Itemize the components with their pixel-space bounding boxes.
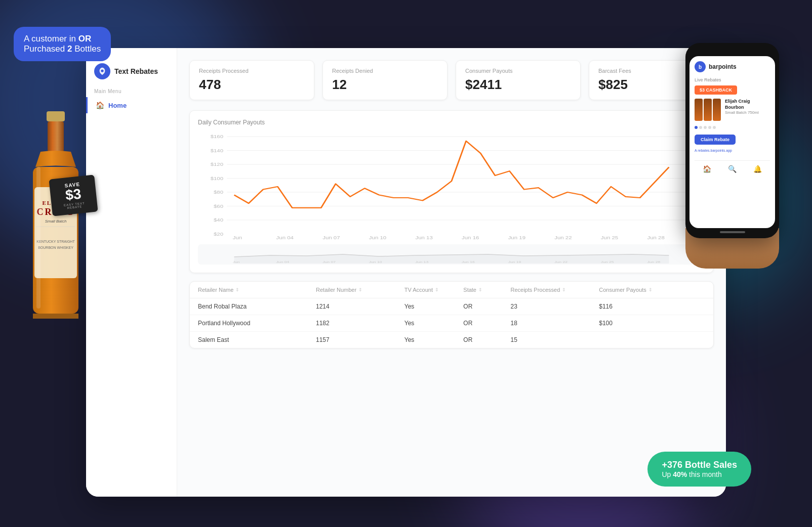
svg-rect-48 — [36, 167, 40, 309]
sidebar-item-home-label: Home — [108, 102, 127, 109]
phone-app-name: barpoints — [709, 63, 737, 70]
svg-text:$120: $120 — [211, 162, 224, 167]
sales-bubble: +376 Bottle Sales Up 40% this month — [647, 452, 751, 487]
svg-text:KENTUCKY STRAIGHT: KENTUCKY STRAIGHT — [36, 240, 75, 243]
dot-active — [695, 126, 698, 129]
bottle-svg: ELIJAH CRAIG Small Batch KENTUCKY STRAIG… — [15, 96, 96, 339]
sales-line2-post: this month — [687, 470, 721, 478]
td-payouts-2 — [599, 336, 687, 343]
svg-text:$40: $40 — [214, 218, 223, 223]
svg-text:BOURBON WHISKEY: BOURBON WHISKEY — [38, 246, 73, 249]
sidebar-menu-label: Main Menu — [86, 82, 177, 97]
cashback-badge: $3 CASHBACK — [695, 85, 737, 95]
notification-bubble: A customer in OR Purchased 2 Bottles — [14, 27, 111, 61]
sort-icon-2: ⇕ — [435, 287, 439, 292]
table-row[interactable]: Salem East 1157 Yes OR 15 — [190, 332, 713, 348]
td-receipts-0: 23 — [511, 303, 599, 310]
phone-frame: b barpoints Live Rebates $3 CASHBACK Eli… — [685, 43, 779, 238]
sales-line2: Up 40% this month — [662, 470, 737, 478]
table-row[interactable]: Portland Hollywood 1182 Yes OR 18 $100 — [190, 315, 713, 332]
svg-text:$100: $100 — [211, 176, 224, 181]
notification-state: OR — [78, 34, 92, 43]
th-consumer-payouts: Consumer Payouts ⇕ — [599, 287, 687, 293]
sort-icon-1: ⇕ — [358, 287, 362, 292]
notification-line2-post: Bottles — [72, 44, 101, 54]
phone-area: b barpoints Live Rebates $3 CASHBACK Eli… — [685, 43, 779, 269]
phone-nav-home-icon[interactable]: 🏠 — [703, 165, 711, 173]
phone-product-row: Elijah Craig Bourbon Small Batch 750ml — [695, 99, 770, 121]
phone-link: A rebates.barpoints.app — [695, 149, 770, 152]
svg-text:Jun 25: Jun 25 — [601, 260, 614, 264]
svg-text:Small Batch: Small Batch — [45, 219, 67, 224]
home-icon: 🏠 — [96, 101, 104, 109]
chart-line — [234, 141, 669, 208]
chart-section: Daily Consumer Payouts $160 $140 $120 $1… — [189, 110, 714, 273]
td-tv-account-2: Yes — [404, 336, 464, 343]
notification-line1-pre: A customer in — [24, 34, 78, 43]
phone-header: b barpoints — [695, 61, 770, 72]
svg-point-0 — [101, 69, 103, 72]
sidebar-item-home[interactable]: 🏠 Home — [86, 97, 177, 113]
td-retailer-name-2: Salem East — [198, 336, 316, 343]
svg-text:Jun 13: Jun 13 — [415, 236, 433, 240]
td-retailer-name-1: Portland Hollywood — [198, 320, 316, 327]
sort-icon-4: ⇕ — [562, 287, 566, 292]
svg-text:Jun 28: Jun 28 — [647, 236, 665, 240]
td-tv-account-1: Yes — [404, 320, 464, 327]
main-content: Receipts Processed 478 Receipts Denied 1… — [177, 48, 726, 497]
save-amount: $3 — [57, 186, 90, 203]
notification-line2-pre: Purchased — [24, 44, 67, 54]
phone-home-indicator — [720, 231, 745, 233]
mini-chart[interactable]: Jun Jun 04 Jun 07 Jun 10 Jun 13 Jun 16 J… — [198, 244, 705, 265]
phone-bottles — [695, 99, 721, 121]
phone-product-sub: Small Batch 750ml — [725, 110, 770, 115]
dashboard-card: Text Rebates Main Menu 🏠 Home Receipts P… — [86, 48, 726, 497]
svg-rect-47 — [33, 314, 78, 319]
phone-dots — [695, 126, 770, 129]
th-state: State ⇕ — [463, 287, 510, 293]
th-retailer-name: Retailer Name ⇕ — [198, 287, 316, 293]
phone-nav-search-icon[interactable]: 🔍 — [728, 165, 737, 173]
stat-receipts-denied: Receipts Denied 12 — [322, 60, 448, 100]
chart-container: $160 $140 $120 $100 $80 $60 $40 $20 Jun … — [198, 131, 705, 242]
stat-receipts-processed: Receipts Processed 478 — [189, 60, 314, 100]
stat-value-1: 12 — [332, 77, 438, 93]
td-tv-account-0: Yes — [404, 303, 464, 310]
sidebar: Text Rebates Main Menu 🏠 Home — [86, 48, 177, 497]
td-actions-2 — [687, 336, 705, 343]
sales-line2-pre: Up — [662, 470, 673, 478]
svg-text:Jun 07: Jun 07 — [322, 236, 340, 240]
svg-rect-38 — [48, 121, 64, 152]
svg-text:Jun: Jun — [233, 260, 240, 264]
td-state-2: OR — [463, 336, 510, 343]
dot-3 — [708, 126, 711, 129]
phone-nav-bell-icon[interactable]: 🔔 — [753, 165, 762, 173]
td-retailer-number-1: 1182 — [316, 320, 404, 327]
phone-section-label: Live Rebates — [695, 77, 770, 82]
th-retailer-number: Retailer Number ⇕ — [316, 287, 404, 293]
sales-percent: 40% — [673, 470, 687, 478]
td-state-0: OR — [463, 303, 510, 310]
dot-4 — [713, 126, 716, 129]
table-header-row: Retailer Name ⇕ Retailer Number ⇕ TV Acc… — [190, 282, 713, 298]
td-receipts-1: 18 — [511, 320, 599, 327]
svg-text:Jun 19: Jun 19 — [508, 260, 521, 264]
stat-label-0: Receipts Processed — [199, 68, 305, 74]
svg-text:Jun 13: Jun 13 — [415, 260, 428, 264]
claim-rebate-button[interactable]: Claim Rebate — [695, 135, 736, 145]
table-row[interactable]: Bend Robal Plaza 1214 Yes OR 23 $116 — [190, 298, 713, 315]
svg-text:Jun 10: Jun 10 — [369, 236, 387, 240]
table-section: Retailer Name ⇕ Retailer Number ⇕ TV Acc… — [189, 281, 714, 348]
logo-icon — [94, 63, 110, 79]
phone-logo-text: b — [699, 64, 702, 70]
svg-text:$80: $80 — [214, 190, 223, 195]
phone-product-info: Elijah Craig Bourbon Small Batch 750ml — [725, 99, 770, 115]
phone-logo: b — [695, 61, 706, 72]
svg-text:Jun 28: Jun 28 — [647, 260, 660, 264]
svg-text:Jun 22: Jun 22 — [554, 236, 572, 240]
sales-line1: +376 Bottle Sales — [662, 460, 737, 470]
svg-text:Jun 04: Jun 04 — [276, 236, 294, 240]
phone-screen: b barpoints Live Rebates $3 CASHBACK Eli… — [689, 56, 775, 228]
sidebar-logo-text: Text Rebates — [114, 67, 158, 75]
th-actions — [687, 287, 705, 293]
